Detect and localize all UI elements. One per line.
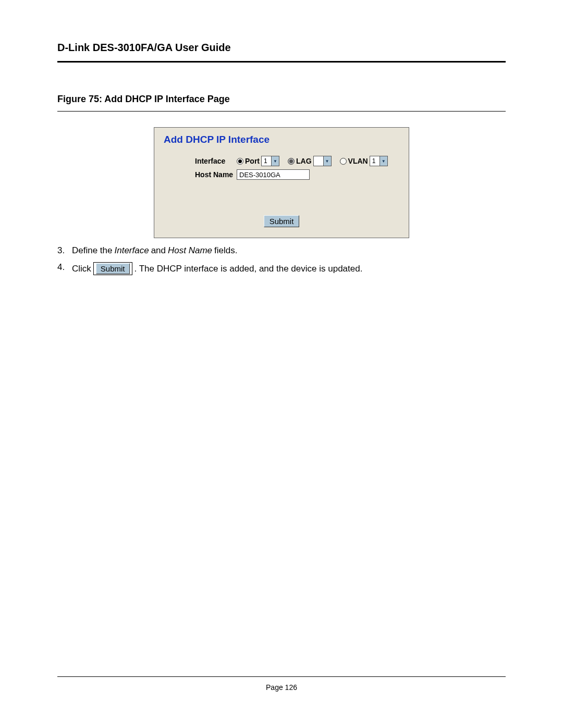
submit-button[interactable]: Submit [264, 215, 300, 227]
submit-button-graphic: Submit [96, 263, 130, 274]
step-3: 3. Define the Interface and Host Name fi… [57, 245, 506, 256]
inline-submit-graphic: Submit [93, 262, 132, 275]
interface-port-radio[interactable]: Port 1 ▼ [237, 156, 279, 166]
panel-title: Add DHCP IP Interface [164, 134, 399, 145]
figure-rule [57, 111, 506, 112]
page-footer: Page 126 [57, 673, 506, 692]
interface-vlan-radio[interactable]: VLAN 1 ▼ [340, 156, 388, 166]
header-rule [57, 61, 506, 63]
radio-icon [288, 158, 295, 165]
radio-icon [340, 158, 347, 165]
chevron-down-icon: ▼ [323, 156, 331, 166]
port-label: Port [245, 157, 260, 165]
chevron-down-icon: ▼ [271, 156, 279, 166]
step-number: 4. [57, 262, 72, 275]
lag-label: LAG [296, 157, 312, 165]
port-select[interactable]: 1 ▼ [261, 156, 279, 166]
hostname-label: Host Name [195, 170, 237, 179]
document-title: D-Link DES-3010FA/GA User Guide [57, 42, 506, 54]
hostname-input[interactable] [237, 169, 310, 180]
vlan-select[interactable]: 1 ▼ [370, 156, 388, 166]
interface-lag-radio[interactable]: LAG ▼ [288, 156, 332, 166]
lag-select[interactable]: ▼ [313, 156, 332, 166]
step-4: 4. Click Submit . The DHCP interface is … [57, 262, 506, 275]
figure-caption: Figure 75: Add DHCP IP Interface Page [57, 94, 506, 105]
footer-rule [57, 676, 506, 677]
page-number: Page 126 [266, 683, 297, 692]
chevron-down-icon: ▼ [380, 156, 387, 166]
vlan-label: VLAN [348, 157, 368, 165]
interface-label: Interface [195, 157, 237, 165]
step-number: 3. [57, 245, 72, 256]
radio-icon [237, 158, 243, 165]
dhcp-interface-panel: Add DHCP IP Interface Interface Port 1 ▼ [154, 127, 409, 238]
